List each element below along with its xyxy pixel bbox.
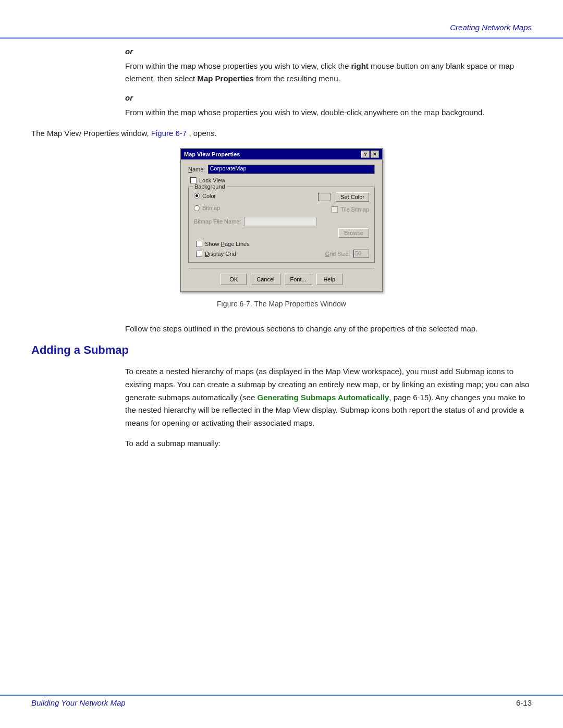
- dialog-name-row: Name: CorporateMap: [188, 165, 375, 174]
- figure-ref-link[interactable]: Figure 6-7: [151, 129, 187, 138]
- dialog-help-btn[interactable]: ?: [361, 151, 370, 158]
- or-label-1: or: [125, 47, 532, 56]
- section-heading: Adding a Submap: [31, 343, 532, 357]
- show-page-lines-checkbox[interactable]: [196, 241, 202, 247]
- set-color-button[interactable]: Set Color: [336, 192, 369, 202]
- cancel-button[interactable]: Cancel: [251, 274, 280, 285]
- top-rule: [0, 38, 563, 39]
- header-title: Creating Network Maps: [450, 23, 532, 32]
- dialog-titlebar: Map View Properties ? ✕: [181, 149, 382, 159]
- display-grid-label: Display Grid: [205, 251, 236, 257]
- bitmap-radio-row: Bitmap: [194, 205, 220, 211]
- color-swatch-group: Set Color: [314, 192, 369, 202]
- color-radio-row: Color: [194, 193, 216, 199]
- footer-right: 6-13: [516, 698, 532, 707]
- lock-view-label: Lock View: [199, 177, 225, 183]
- dialog-container: Map View Properties ? ✕ Name: Corpora: [31, 148, 532, 317]
- bold-right: right: [351, 61, 369, 70]
- bitmap-file-input[interactable]: [244, 217, 317, 226]
- figure-ref-text: The Map View Properties window, Figure 6…: [31, 127, 532, 140]
- dialog-lock-view-row: Lock View: [190, 177, 375, 183]
- color-row: Color Set Color: [194, 192, 369, 202]
- follow-text: Follow the steps outlined in the previou…: [125, 323, 532, 335]
- dialog-box: Map View Properties ? ✕ Name: Corpora: [180, 148, 383, 292]
- color-swatch: [318, 193, 331, 201]
- show-page-lines-label: Show Page Lines: [205, 241, 250, 247]
- show-page-lines-row: Show Page Lines: [196, 241, 369, 247]
- bitmap-filename-row: Bitmap File Name:: [194, 217, 369, 226]
- browse-btn-row: Browse: [194, 228, 369, 238]
- lock-view-checkbox[interactable]: [190, 177, 197, 183]
- bitmap-radio[interactable]: [194, 205, 200, 211]
- dialog-close-btn[interactable]: ✕: [371, 151, 379, 158]
- paragraph-2: From within the map whose properties you…: [125, 106, 532, 119]
- figure-ref-after: , opens.: [189, 129, 216, 138]
- grid-size-label: Grid Size:: [325, 251, 350, 257]
- figure-ref-before: The Map View Properties window,: [31, 129, 149, 138]
- section-para2: To add a submap manually:: [125, 437, 532, 450]
- tile-bitmap-checkbox[interactable]: [332, 206, 338, 213]
- section-para1: To create a nested hierarchy of maps (as…: [125, 365, 532, 430]
- ok-button[interactable]: OK: [221, 274, 247, 285]
- dialog-name-label: Name:: [188, 166, 205, 172]
- or-label-2: or: [125, 93, 532, 102]
- color-radio-label: Color: [202, 193, 216, 199]
- figure-caption: Figure 6-7. The Map Properties Window: [217, 300, 346, 308]
- dialog-body: Name: CorporateMap Lock View Background: [181, 159, 382, 291]
- tile-bitmap-row: Tile Bitmap: [332, 206, 369, 213]
- dialog-footer: OK Cancel Font... Help: [188, 268, 375, 285]
- background-legend: Background: [193, 183, 227, 190]
- display-grid-checkbox-row: Display Grid: [196, 251, 236, 257]
- page-footer: Building Your Network Map 6-13: [31, 698, 532, 707]
- dialog-background-group: Background Color: [188, 187, 375, 263]
- bitmap-file-label: Bitmap File Name:: [194, 218, 241, 225]
- page-container: Creating Network Maps or From within the…: [0, 0, 563, 728]
- dialog-titlebar-buttons: ? ✕: [361, 151, 379, 158]
- font-button[interactable]: Font...: [285, 274, 312, 285]
- generating-submaps-link[interactable]: Generating Submaps Automatically: [257, 393, 389, 402]
- browse-button[interactable]: Browse: [338, 228, 369, 238]
- display-grid-checkbox[interactable]: [196, 251, 202, 257]
- bold-map-properties: Map Properties: [197, 74, 253, 83]
- dialog-title: Map View Properties: [184, 151, 240, 157]
- bitmap-radio-label: Bitmap: [202, 205, 220, 211]
- help-button[interactable]: Help: [316, 274, 342, 285]
- color-radio[interactable]: [194, 193, 200, 199]
- dialog-name-input[interactable]: CorporateMap: [208, 165, 375, 174]
- grid-size-group: Grid Size: 50: [325, 250, 369, 258]
- grid-size-input[interactable]: 50: [353, 250, 369, 258]
- paragraph-1: From within the map whose properties you…: [125, 60, 532, 85]
- content-area: or From within the map whose properties …: [31, 47, 532, 457]
- tile-bitmap-label: Tile Bitmap: [340, 206, 369, 213]
- footer-left: Building Your Network Map: [31, 698, 126, 707]
- bitmap-row: Bitmap Tile Bitmap: [194, 205, 369, 214]
- bottom-rule: [0, 695, 563, 696]
- display-grid-row: Display Grid Grid Size: 50: [194, 250, 369, 258]
